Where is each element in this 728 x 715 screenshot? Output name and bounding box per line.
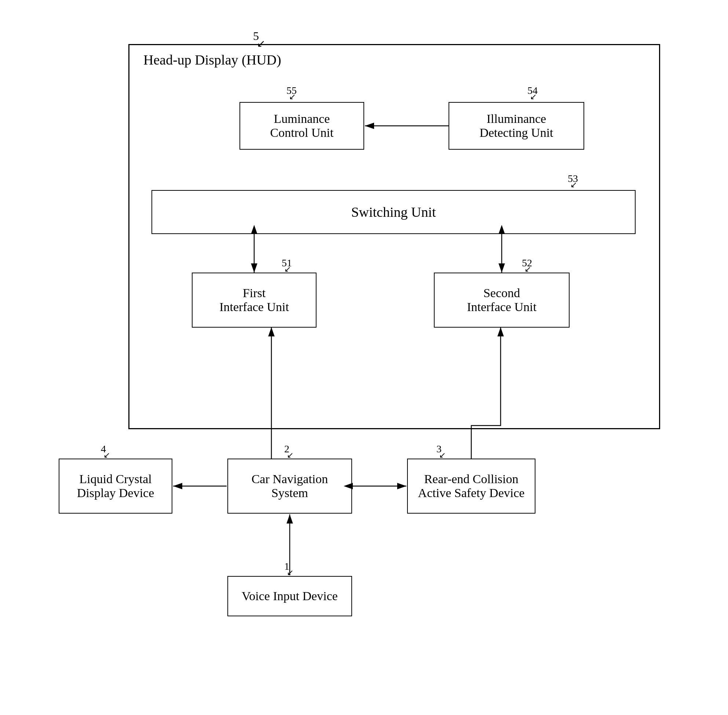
illuminance-detecting-unit: IlluminanceDetecting Unit <box>449 102 584 150</box>
luminance-control-unit: LuminanceControl Unit <box>240 102 364 150</box>
lcd-device: Liquid CrystalDisplay Device <box>59 459 172 514</box>
second-interface-unit: SecondInterface Unit <box>434 273 570 327</box>
illuminance-label: IlluminanceDetecting Unit <box>479 112 553 140</box>
second-interface-label: SecondInterface Unit <box>467 286 537 314</box>
tick-53: ↙ <box>570 180 577 190</box>
rear-end-collision-device: Rear-end CollisionActive Safety Device <box>407 459 535 514</box>
voice-label: Voice Input Device <box>242 589 338 603</box>
switching-label: Switching Unit <box>351 204 436 220</box>
tick-55: ↙ <box>289 92 295 102</box>
hud-title: Head-up Display (HUD) <box>140 52 284 68</box>
luminance-label: LuminanceControl Unit <box>270 112 334 140</box>
first-interface-label: FirstInterface Unit <box>219 286 289 314</box>
hud-box: Head-up Display (HUD) 55 ↙ 54 ↙ Luminanc… <box>128 44 660 429</box>
rear-end-label: Rear-end CollisionActive Safety Device <box>418 472 525 500</box>
switching-unit: Switching Unit <box>151 190 636 234</box>
tick-54: ↙ <box>530 92 537 102</box>
car-nav-label: Car NavigationSystem <box>252 472 328 500</box>
lcd-label: Liquid CrystalDisplay Device <box>77 472 154 500</box>
voice-input-device: Voice Input Device <box>228 576 352 616</box>
first-interface-unit: FirstInterface Unit <box>192 273 317 327</box>
car-navigation-system: Car NavigationSystem <box>228 459 352 514</box>
